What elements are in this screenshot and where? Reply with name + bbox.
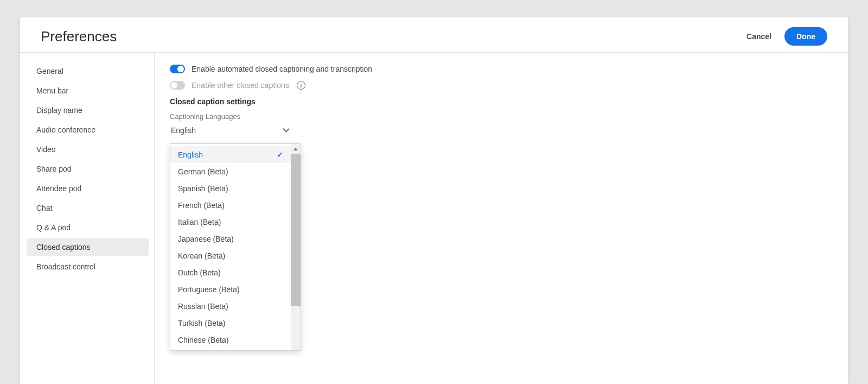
cancel-button[interactable]: Cancel	[746, 32, 771, 41]
option-label: Russian (Beta)	[178, 302, 228, 311]
option-label: Turkish (Beta)	[178, 319, 225, 328]
option-label: Italian (Beta)	[178, 218, 221, 226]
modal-header: Preferences Cancel Done	[20, 17, 848, 53]
language-option-english[interactable]: English ✓	[170, 146, 291, 163]
option-label: English	[178, 150, 203, 159]
language-option-japanese[interactable]: Japanese (Beta)	[170, 230, 291, 247]
done-button[interactable]: Done	[784, 27, 827, 46]
sidebar-item-broadcast-control[interactable]: Broadcast control	[27, 258, 149, 275]
option-label: French (Beta)	[178, 201, 225, 210]
check-icon: ✓	[277, 150, 283, 159]
language-option-italian[interactable]: Italian (Beta)	[170, 213, 291, 230]
sidebar-item-chat[interactable]: Chat	[27, 199, 149, 217]
toggle-knob	[171, 82, 177, 89]
captioning-languages-label: Captioning Languages	[170, 112, 833, 121]
sidebar: General Menu bar Display name Audio conf…	[21, 53, 155, 384]
sidebar-item-menu-bar[interactable]: Menu bar	[27, 82, 149, 99]
sidebar-item-share-pod[interactable]: Share pod	[27, 160, 149, 178]
auto-caption-toggle[interactable]	[170, 65, 185, 73]
other-caption-toggle-row: Enable other closed captions i	[170, 81, 833, 90]
scrollbar[interactable]	[291, 144, 301, 350]
language-option-chinese[interactable]: Chinese (Beta)	[170, 331, 291, 348]
toggle-knob	[177, 66, 184, 72]
language-option-portuguese[interactable]: Portuguese (Beta)	[170, 281, 291, 298]
language-option-spanish[interactable]: Spanish (Beta)	[170, 180, 291, 197]
language-option-french[interactable]: French (Beta)	[170, 197, 291, 213]
selected-language-value: English	[171, 126, 196, 135]
other-caption-toggle	[170, 81, 185, 90]
option-label: Portuguese (Beta)	[178, 285, 240, 294]
preferences-modal: Preferences Cancel Done General Menu bar…	[20, 17, 848, 384]
page-title: Preferences	[41, 28, 117, 45]
scroll-up-icon[interactable]	[291, 144, 301, 154]
sidebar-item-closed-captions[interactable]: Closed captions	[27, 238, 149, 256]
option-label: Dutch (Beta)	[178, 268, 221, 277]
section-heading: Closed caption settings	[170, 97, 833, 106]
sidebar-item-audio-conference[interactable]: Audio conference	[27, 121, 149, 139]
info-icon[interactable]: i	[297, 81, 305, 90]
option-label: Korean (Beta)	[178, 251, 225, 260]
chevron-down-icon	[284, 128, 289, 133]
sidebar-item-video[interactable]: Video	[27, 141, 149, 158]
auto-caption-label: Enable automated closed captioning and t…	[192, 65, 372, 73]
option-label: Chinese (Beta)	[178, 336, 228, 344]
language-select-wrapper: English English ✓ German (Beta) Spanish …	[170, 126, 290, 138]
language-option-german[interactable]: German (Beta)	[170, 163, 291, 180]
header-actions: Cancel Done	[746, 27, 827, 46]
option-label: Spanish (Beta)	[178, 184, 228, 193]
language-option-dutch[interactable]: Dutch (Beta)	[170, 264, 291, 281]
other-caption-label: Enable other closed captions	[192, 81, 289, 90]
auto-caption-toggle-row: Enable automated closed captioning and t…	[170, 65, 833, 73]
option-label: German (Beta)	[178, 167, 228, 176]
option-label: Japanese (Beta)	[178, 235, 234, 243]
language-option-russian[interactable]: Russian (Beta)	[170, 298, 291, 314]
scroll-thumb[interactable]	[291, 154, 301, 306]
modal-body: General Menu bar Display name Audio conf…	[20, 53, 848, 384]
sidebar-item-qa-pod[interactable]: Q & A pod	[27, 219, 149, 236]
sidebar-item-attendee-pod[interactable]: Attendee pod	[27, 180, 149, 197]
sidebar-item-display-name[interactable]: Display name	[27, 102, 149, 119]
language-option-korean[interactable]: Korean (Beta)	[170, 247, 291, 264]
language-select[interactable]: English	[170, 126, 290, 138]
dropdown-list: English ✓ German (Beta) Spanish (Beta) F…	[170, 144, 291, 350]
sidebar-item-general[interactable]: General	[27, 62, 149, 80]
language-dropdown: English ✓ German (Beta) Spanish (Beta) F…	[170, 143, 301, 351]
language-option-turkish[interactable]: Turkish (Beta)	[170, 314, 291, 331]
content-pane: Enable automated closed captioning and t…	[155, 53, 848, 384]
